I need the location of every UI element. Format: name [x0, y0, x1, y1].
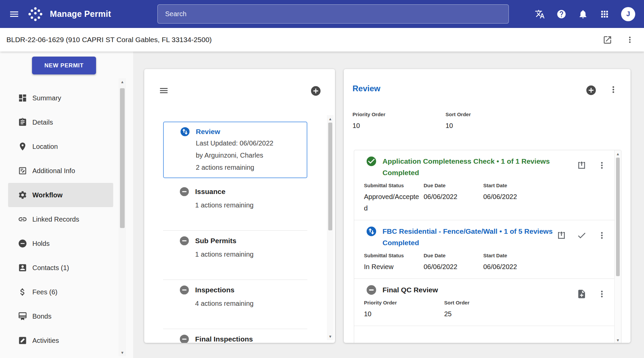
review-item-actions	[577, 160, 607, 170]
sidebar-item-additional-info[interactable]: Additional Info	[8, 159, 113, 183]
workflow-step-final-inspections[interactable]: Final Inspections	[163, 329, 307, 343]
scrollbar-thumb[interactable]	[328, 123, 332, 230]
holds-minus-circle-icon	[18, 239, 27, 248]
field-value: 06/06/2022	[424, 261, 480, 272]
workflow-step-inspections[interactable]: Inspections 4 actions remaining	[163, 280, 307, 329]
submit-review-button[interactable]	[577, 160, 587, 170]
minus-circle-icon	[366, 284, 377, 296]
swap-vert-circle-icon	[180, 126, 190, 137]
sidebar-item-holds[interactable]: Holds	[8, 231, 113, 256]
check-circle-icon	[366, 156, 377, 167]
sidebar-item-location[interactable]: Location	[8, 134, 113, 159]
scroll-down-arrow[interactable]: ▼	[119, 350, 126, 355]
review-item-menu-button[interactable]	[597, 230, 607, 240]
field-value: 06/06/2022	[483, 191, 540, 202]
review-detail-panel: Review Priority Order 10 Sort Order 10	[344, 69, 631, 343]
translate-button[interactable]	[535, 9, 545, 19]
record-more-menu-button[interactable]	[625, 35, 635, 44]
scroll-down-arrow[interactable]: ▼	[615, 338, 621, 343]
field-label: Start Date	[483, 183, 540, 188]
scroll-up-arrow[interactable]: ▲	[615, 152, 621, 156]
notifications-button[interactable]	[578, 9, 588, 19]
sidebar-item-label: Contacts (1)	[32, 264, 69, 272]
step-actions-remaining: 1 actions remaining	[195, 249, 307, 260]
review-list-scrollbar[interactable]: ▲ ▼	[614, 150, 621, 343]
user-avatar[interactable]: J	[621, 7, 635, 21]
bonds-icon	[18, 312, 27, 321]
submittal-status-field: Submittal Status Approved/Accepted	[364, 183, 424, 214]
review-panel-title: Review	[352, 84, 380, 93]
add-step-button[interactable]	[310, 85, 321, 97]
scroll-up-arrow[interactable]: ▲	[119, 79, 126, 84]
submit-review-button[interactable]	[556, 230, 566, 240]
sidebar-scrollbar[interactable]: ▲ ▼	[119, 78, 126, 356]
sidebar-item-details[interactable]: Details	[8, 110, 113, 134]
step-title: Review	[196, 126, 220, 137]
sort-order-field: Sort Order 10	[446, 111, 539, 131]
start-date-field: Start Date 06/06/2022	[483, 253, 543, 272]
review-panel-menu-button[interactable]	[608, 85, 618, 95]
search-input[interactable]	[157, 4, 509, 24]
field-value: Approved/Accepted	[364, 191, 420, 214]
sidebar-item-summary[interactable]: Summary	[8, 86, 113, 110]
workflow-list-scrollbar[interactable]: ▲ ▼	[327, 115, 334, 340]
workflow-steps-panel: Review Last Updated: 06/06/2022 by Argui…	[144, 69, 335, 343]
add-note-button[interactable]	[577, 289, 587, 299]
field-label: Priority Order	[364, 300, 441, 305]
sort-order-value: 10	[446, 121, 539, 131]
sidebar-item-linked-records[interactable]: Linked Records	[8, 207, 113, 231]
priority-order-value: 10	[352, 121, 446, 131]
reorder-steps-button[interactable]	[159, 86, 169, 96]
hamburger-menu-button[interactable]	[9, 9, 20, 20]
sidebar-item-bonds[interactable]: Bonds	[8, 304, 113, 328]
workflow-step-list: Review Last Updated: 06/06/2022 by Argui…	[163, 110, 307, 343]
review-item-fields: Submittal Status Approved/Accepted Due D…	[364, 183, 577, 214]
review-item-menu-button[interactable]	[597, 160, 607, 170]
more-vert-icon	[597, 230, 607, 240]
scroll-down-arrow[interactable]: ▼	[327, 334, 334, 339]
upload-box-icon	[556, 230, 566, 240]
review-item-final-qc[interactable]: Final QC Review	[354, 279, 621, 326]
review-item-fields: Submittal Status In Review Due Date 06/0…	[364, 253, 577, 272]
bell-icon	[578, 9, 588, 19]
more-vert-icon	[597, 160, 607, 170]
scrollbar-thumb[interactable]	[120, 88, 125, 228]
review-item-fbc-residential[interactable]: FBC Residential - Fence/Gate/Wall • 1 of…	[354, 220, 621, 279]
field-label: Due Date	[424, 183, 480, 188]
scrollbar-thumb[interactable]	[616, 158, 620, 276]
sidebar-item-label: Activities	[32, 337, 59, 345]
new-permit-button[interactable]: NEW PERMIT	[32, 57, 96, 74]
sidebar-item-label: Bonds	[32, 313, 52, 320]
sort-order-label: Sort Order	[446, 111, 539, 117]
activities-edit-icon	[18, 336, 27, 345]
sidebar-item-workflow[interactable]: Workflow	[8, 183, 113, 207]
field-label: Sort Order	[444, 300, 521, 305]
help-button[interactable]	[556, 9, 566, 19]
complete-review-button[interactable]	[577, 230, 587, 240]
sidebar-item-label: Additional Info	[32, 167, 75, 175]
record-title: BLDR-22-06-1629 (910 CAPRI ST Coral Gabl…	[6, 36, 212, 44]
location-pin-icon	[18, 142, 27, 151]
sidebar-item-fees[interactable]: Fees (6)	[8, 280, 113, 304]
appbar-actions: J	[535, 7, 635, 21]
sidebar-item-contacts[interactable]: Contacts (1)	[8, 256, 113, 280]
add-review-button[interactable]	[585, 85, 597, 96]
record-bar-actions	[603, 35, 635, 45]
review-meta: Priority Order 10 Sort Order 10	[352, 111, 539, 131]
open-in-new-button[interactable]	[603, 35, 612, 45]
app-bar: Manage Permit J	[0, 0, 644, 28]
scroll-up-arrow[interactable]: ▲	[327, 117, 334, 121]
step-details: Last Updated: 06/06/2022 by Arguinzoni, …	[196, 137, 303, 173]
review-item-application-completeness[interactable]: Application Completeness Check • 1 of 1 …	[354, 150, 621, 220]
due-date-field: Due Date 06/06/2022	[424, 183, 483, 214]
sidebar-item-label: Holds	[32, 240, 50, 248]
additional-info-icon	[18, 166, 27, 175]
checkmark-icon	[577, 230, 587, 240]
sidebar-item-activities[interactable]: Activities	[8, 328, 113, 353]
summary-icon	[18, 93, 27, 103]
workflow-step-review[interactable]: Review Last Updated: 06/06/2022 by Argui…	[163, 122, 307, 178]
workflow-step-issuance[interactable]: Issuance 1 actions remaining	[163, 182, 307, 231]
workflow-step-sub-permits[interactable]: Sub Permits 1 actions remaining	[163, 231, 307, 280]
review-item-menu-button[interactable]	[597, 289, 607, 299]
apps-grid-button[interactable]	[600, 9, 610, 19]
